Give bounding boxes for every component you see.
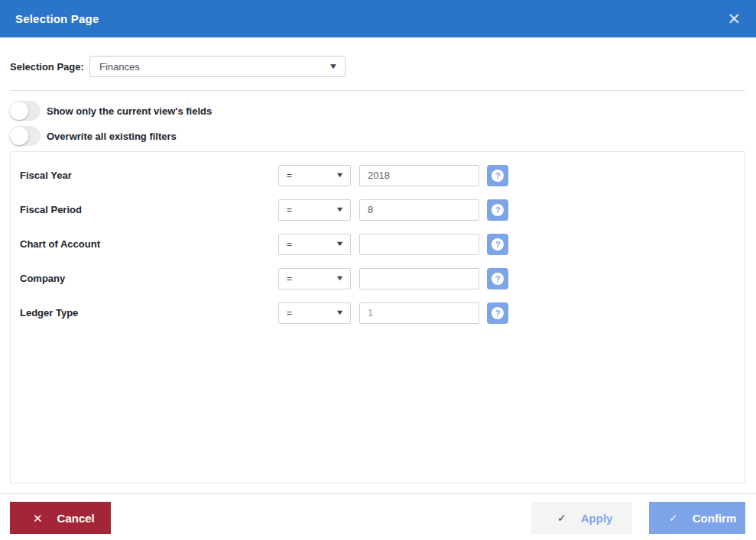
operator-dropdown[interactable]: = ▼	[278, 165, 351, 186]
question-mark-icon: ?	[492, 273, 504, 285]
filter-label: Fiscal Period	[20, 204, 278, 215]
filters-panel: Fiscal Year = ▼ ? Fiscal Period = ▼	[10, 151, 745, 483]
filter-row-fiscal-year: Fiscal Year = ▼ ?	[20, 158, 735, 192]
filter-row-chart-of-account: Chart of Account = ▼ ?	[20, 227, 735, 261]
cancel-label: Cancel	[57, 512, 95, 525]
filter-row-ledger-type: Ledger Type = ▼ ?	[20, 296, 735, 330]
apply-label: Apply	[581, 512, 613, 525]
question-mark-icon: ?	[492, 307, 504, 319]
dialog-footer: ✕ Cancel ✓ Apply ✓ Confirm	[0, 502, 756, 534]
operator-dropdown[interactable]: = ▼	[278, 302, 351, 324]
dialog-title: Selection Page	[15, 12, 99, 25]
filter-row-fiscal-period: Fiscal Period = ▼ ?	[20, 192, 735, 227]
filter-value-input[interactable]	[359, 268, 479, 289]
question-mark-icon: ?	[492, 238, 504, 251]
chevron-down-icon: ▼	[336, 206, 345, 213]
toggle-label: Show only the current view's fields	[47, 105, 212, 117]
selection-page-dropdown[interactable]: Finances ▼	[89, 56, 346, 77]
footer-divider	[0, 493, 756, 494]
close-icon[interactable]: ✕	[724, 8, 744, 30]
check-icon: ✓	[557, 513, 566, 523]
toggle-knob	[10, 127, 28, 145]
toggle-row-overwrite-filters: Overwrite all existing filters	[10, 126, 745, 146]
toggle-current-view-fields[interactable]	[10, 101, 41, 121]
selection-page-label: Selection Page:	[10, 61, 89, 73]
help-button[interactable]: ?	[487, 268, 508, 289]
selection-page-value: Finances	[99, 61, 140, 73]
selection-page-row: Selection Page: Finances ▼	[10, 56, 745, 77]
x-icon: ✕	[33, 513, 43, 524]
operator-value: =	[287, 205, 292, 215]
filter-label: Chart of Account	[20, 238, 278, 250]
filter-label: Fiscal Year	[20, 170, 278, 181]
help-button[interactable]: ?	[487, 234, 508, 255]
chevron-down-icon: ▼	[336, 241, 345, 247]
toggle-row-current-view-fields: Show only the current view's fields	[10, 101, 745, 121]
filter-value-input[interactable]	[359, 302, 479, 324]
operator-dropdown[interactable]: = ▼	[278, 199, 351, 221]
question-mark-icon: ?	[492, 170, 504, 182]
section-divider	[10, 90, 745, 91]
operator-value: =	[287, 308, 292, 319]
filter-value-input[interactable]	[359, 199, 479, 221]
filter-label: Ledger Type	[20, 307, 278, 319]
dialog-header: Selection Page ✕	[0, 0, 756, 37]
help-button[interactable]: ?	[487, 199, 508, 221]
question-mark-icon: ?	[492, 204, 504, 216]
toggle-overwrite-filters[interactable]	[10, 126, 41, 146]
operator-dropdown[interactable]: = ▼	[278, 234, 351, 255]
toggle-label: Overwrite all existing filters	[47, 131, 177, 142]
filter-row-company: Company = ▼ ?	[20, 261, 735, 296]
filter-value-input[interactable]	[359, 234, 479, 255]
toggle-knob	[10, 102, 28, 120]
operator-value: =	[287, 273, 292, 284]
operator-value: =	[287, 239, 292, 250]
chevron-down-icon: ▼	[336, 309, 345, 316]
dialog-body: Selection Page: Finances ▼ Show only the…	[0, 56, 756, 483]
chevron-down-icon: ▼	[336, 275, 345, 282]
apply-button[interactable]: ✓ Apply	[531, 502, 632, 534]
selection-page-dialog: Selection Page ✕ Selection Page: Finance…	[0, 0, 756, 540]
operator-dropdown[interactable]: = ▼	[278, 268, 351, 289]
confirm-button[interactable]: ✓ Confirm	[649, 502, 745, 534]
cancel-button[interactable]: ✕ Cancel	[10, 502, 111, 534]
confirm-label: Confirm	[693, 512, 737, 525]
operator-value: =	[287, 170, 292, 181]
filter-label: Company	[20, 273, 278, 284]
filter-value-input[interactable]	[359, 165, 479, 186]
chevron-down-icon: ▼	[329, 63, 339, 70]
help-button[interactable]: ?	[487, 302, 508, 324]
help-button[interactable]: ?	[487, 165, 508, 186]
chevron-down-icon: ▼	[336, 172, 345, 179]
check-icon: ✓	[669, 513, 678, 523]
